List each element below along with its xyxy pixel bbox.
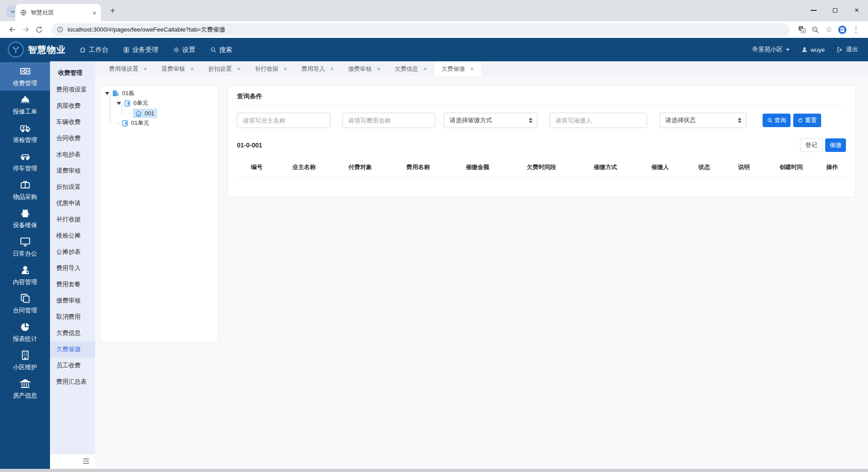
tab-close-icon[interactable]: × [92, 9, 96, 16]
urge-method-select[interactable]: 请选择催缴方式 [444, 113, 537, 128]
browser-tab-title: 智慧社区 [31, 9, 89, 17]
extension-icon[interactable] [836, 23, 849, 37]
submenu-item[interactable]: 折扣设置 [50, 179, 95, 195]
col-header: 费用名称 [389, 157, 447, 178]
browser-tab[interactable]: 智慧社区 × [15, 4, 101, 21]
menu-item-business[interactable]: 业务受理 [123, 46, 159, 54]
col-header: 催缴金额 [447, 157, 508, 178]
sidebar-item-property[interactable]: 房产信息 [0, 375, 50, 403]
page-tab[interactable]: 折扣设置× [201, 61, 248, 76]
sidebar-item-parking[interactable]: 停车管理 [0, 147, 50, 176]
user-menu[interactable]: wuye [801, 46, 825, 53]
page-tab[interactable]: 费用导入× [294, 61, 341, 76]
navbar-right: 帝景苑小区 wuye 退出 [752, 46, 858, 54]
submenu-item[interactable]: 员工收费 [50, 357, 95, 374]
translate-button[interactable]: 文 A [795, 23, 809, 37]
submenu-item-active[interactable]: 欠费催缴 [50, 341, 95, 357]
tab-close-icon[interactable]: × [191, 65, 194, 72]
sidebar-item-label: 报修工单 [13, 108, 37, 116]
urge-button[interactable]: 催缴 [825, 138, 846, 152]
submenu-item[interactable]: 补打收据 [50, 211, 95, 228]
sidebar-item-label: 报表统计 [13, 335, 37, 343]
window-maximize-button[interactable] [828, 4, 842, 17]
tab-close-icon[interactable]: × [284, 65, 287, 72]
bookmark-button[interactable]: ☆ [822, 23, 836, 37]
submenu-item[interactable]: 水电抄表 [50, 147, 95, 163]
submenu-item[interactable]: 缴费审核 [50, 293, 95, 309]
submenu-item[interactable]: 退费审核 [50, 163, 95, 179]
window-close-button[interactable]: × [850, 4, 863, 17]
col-header: 业主名称 [277, 157, 332, 178]
search-button[interactable]: 查询 [763, 114, 791, 127]
submenu-item[interactable]: 费用汇总表 [50, 374, 95, 390]
register-button[interactable]: 登记 [800, 138, 823, 152]
new-tab-button[interactable]: + [107, 5, 118, 17]
reload-button[interactable] [32, 23, 46, 37]
menu-item-settings[interactable]: 设置 [173, 46, 195, 54]
sidebar-item-procurement[interactable]: 物品采购 [0, 176, 50, 204]
tree-expander-icon[interactable] [117, 102, 121, 105]
menu-item-search[interactable]: 搜索 [210, 46, 232, 54]
submenu-item[interactable]: 欠费信息 [50, 325, 95, 341]
state-select[interactable]: 请选择状态 [659, 113, 746, 128]
tree-expander-icon[interactable] [105, 92, 109, 95]
tree-node-room001[interactable]: 001 [127, 108, 214, 118]
owner-name-input[interactable] [237, 113, 331, 128]
menu-fold-button[interactable] [82, 457, 90, 467]
tab-close-icon[interactable]: × [377, 65, 381, 72]
submenu-item[interactable]: 费用套餐 [50, 276, 95, 293]
col-header: 催缴方式 [575, 157, 636, 178]
reset-button-label: 重置 [805, 116, 817, 124]
tree-node-building[interactable]: 01栋 [104, 88, 214, 98]
urge-person-input[interactable] [550, 113, 647, 128]
sidebar-item-reports[interactable]: 报表统计 [0, 318, 50, 346]
tab-close-icon[interactable]: × [330, 65, 334, 72]
brand-logo-icon [7, 41, 24, 58]
tab-close-icon[interactable]: × [237, 65, 241, 72]
submenu-item[interactable]: 优惠申请 [50, 195, 95, 211]
tree-node-unit01[interactable]: 01单元 [116, 118, 214, 128]
sidebar-item-equipment[interactable]: 设备维保 [0, 204, 50, 233]
page-tab[interactable]: 缴费审核× [341, 61, 388, 76]
sidebar-item-label: 房产信息 [13, 392, 37, 400]
sidebar-item-inspection[interactable]: 巡检管理 [0, 119, 50, 147]
page-tab[interactable]: 费用项设置× [102, 61, 155, 76]
tree-guide-line [110, 95, 110, 124]
sidebar-item-contract[interactable]: 合同管理 [0, 289, 50, 318]
sidebar-item-office[interactable]: 日常办公 [0, 233, 50, 261]
sidebar-item-content[interactable]: 内容管理 [0, 261, 50, 289]
sidebar-item-community[interactable]: 小区维护 [0, 346, 50, 375]
community-selector[interactable]: 帝景苑小区 [752, 46, 790, 54]
tab-close-icon[interactable]: × [424, 65, 427, 72]
sidebar-item-repair[interactable]: 报修工单 [0, 91, 50, 119]
logout-button[interactable]: 退出 [836, 46, 858, 54]
back-button[interactable] [5, 23, 19, 37]
page-tab[interactable]: 补打收据× [248, 61, 295, 76]
tree-node-unit0[interactable]: 0单元 [116, 98, 214, 108]
fee-name-input[interactable] [342, 113, 435, 128]
submenu-item[interactable]: 取消费用 [50, 309, 95, 325]
page-tab[interactable]: 欠费信息× [388, 61, 435, 76]
submenu-item[interactable]: 房屋收费 [50, 98, 95, 114]
menu-item-workbench[interactable]: 工作台 [79, 46, 109, 54]
tree-node-selected[interactable]: 001 [133, 109, 157, 118]
zoom-button[interactable] [809, 23, 822, 37]
reset-button[interactable]: 重置 [793, 114, 821, 127]
page-tab-active[interactable]: 欠费催缴× [434, 61, 481, 76]
submenu-item[interactable]: 费用导入 [50, 260, 95, 276]
submenu-item[interactable]: 合同收费 [50, 130, 95, 147]
submenu-item[interactable]: 公摊抄表 [50, 244, 95, 260]
forward-button[interactable] [19, 23, 32, 37]
sidebar-item-fees[interactable]: 收费管理 [0, 62, 50, 91]
submenu-item[interactable]: 车辆收费 [50, 114, 95, 130]
logout-icon [836, 46, 843, 53]
browser-menu-button[interactable]: ⋮ [849, 23, 863, 37]
submenu-item[interactable]: 楼栋公摊 [50, 228, 95, 244]
page-tab[interactable]: 退费审核× [155, 61, 201, 76]
copy-icon [19, 293, 31, 304]
window-minimize-button[interactable] [807, 4, 820, 17]
tab-close-icon[interactable]: × [470, 65, 474, 72]
url-omnibox[interactable]: localhost:3000/#/pages/fee/oweFeeCallabl… [51, 23, 790, 36]
tab-close-icon[interactable]: × [144, 65, 147, 72]
submenu-item[interactable]: 费用项设置 [50, 82, 95, 98]
